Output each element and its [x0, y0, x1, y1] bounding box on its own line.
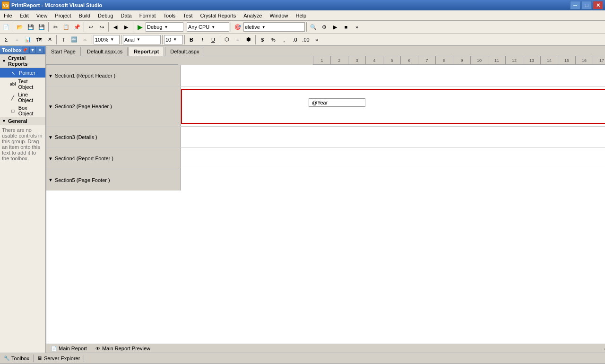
tab-start-page[interactable]: Start Page [46, 47, 81, 56]
menu-view[interactable]: View [33, 10, 52, 20]
underline-btn[interactable]: U [208, 35, 218, 45]
align-left-btn[interactable]: ⬡ [222, 35, 232, 45]
section3-content[interactable] [181, 127, 605, 147]
toolbox-close-btn[interactable]: ✕ [37, 47, 43, 53]
toolbox-expand-btn[interactable]: ▼ [29, 47, 36, 53]
minimize-button[interactable]: ─ [570, 1, 580, 9]
nav-fwd-btn[interactable]: ▶ [121, 22, 131, 32]
menu-window[interactable]: Window [266, 10, 292, 20]
nav-back-btn[interactable]: ◀ [110, 22, 121, 32]
section4-collapse[interactable]: ▼ [48, 156, 53, 161]
toolbox-header-buttons[interactable]: 📌 ▼ ✕ [22, 47, 43, 53]
copy-btn[interactable]: 📋 [61, 22, 71, 32]
t1-btn[interactable]: T [58, 35, 69, 45]
section1-collapse[interactable]: ▼ [48, 73, 53, 78]
bottom-tab-nav[interactable]: ◀ ▶ ✕ [602, 345, 605, 352]
bold-btn[interactable]: B [186, 35, 197, 45]
dock-server-explorer[interactable]: 🖥 Server Explorer [34, 355, 84, 362]
section2-content[interactable]: @Year [181, 87, 605, 126]
cross-btn[interactable]: ✕ [44, 35, 55, 45]
menu-data[interactable]: Data [117, 10, 136, 20]
save-btn[interactable]: 💾 [26, 22, 36, 32]
more-btn[interactable]: » [352, 22, 362, 32]
maximize-button[interactable]: □ [581, 1, 592, 9]
zoom-dropdown[interactable]: 100% ▼ [94, 35, 120, 44]
open-btn[interactable]: 📂 [15, 22, 25, 32]
fontsize-dropdown[interactable]: 10 ▼ [164, 35, 183, 44]
bottom-tab-main-report[interactable]: 📄 Main Report [47, 344, 91, 353]
save-all-btn[interactable]: 💾 [36, 22, 47, 32]
tab-default-aspx[interactable]: Default.aspx [165, 47, 204, 56]
t2-btn[interactable]: 🔤 [69, 35, 79, 45]
nav-prev-btn[interactable]: ◀ [602, 345, 605, 352]
align-right-btn[interactable]: ⬢ [243, 35, 254, 45]
menu-file[interactable]: File [0, 10, 16, 20]
bottom-tab-preview[interactable]: 👁 Main Report Preview [91, 344, 155, 353]
menu-help[interactable]: Help [292, 10, 311, 20]
dock-toolbox[interactable]: 🔧 Toolbox [0, 355, 34, 362]
align-btn[interactable]: ≡ [12, 35, 22, 45]
crystal-group-arrow: ▼ [2, 59, 6, 63]
tab-default-cs[interactable]: Default.aspx.cs [82, 47, 128, 56]
sep2 [48, 22, 49, 32]
debug-config-dropdown[interactable]: Debug ▼ [146, 22, 183, 32]
stop-btn[interactable]: ■ [341, 22, 351, 32]
tools-btn2[interactable]: ⚙ [319, 22, 329, 32]
more-btn2[interactable]: » [311, 35, 322, 45]
redo-btn[interactable]: ↪ [96, 22, 107, 32]
ruler-mark-14: 14 [540, 56, 558, 65]
section5-collapse[interactable]: ▼ [48, 177, 53, 182]
target-dropdown[interactable]: eletive ▼ [243, 22, 305, 32]
toolbox-item-pointer[interactable]: ↖ Pointer [0, 68, 45, 78]
year-field-container[interactable]: @Year [309, 98, 365, 107]
new-project-btn[interactable]: 📄 [1, 22, 11, 32]
italic-btn[interactable]: I [197, 35, 207, 45]
section5-content[interactable] [181, 169, 605, 191]
menu-build[interactable]: Build [75, 10, 94, 20]
chart-btn[interactable]: 📊 [23, 35, 33, 45]
search-btn[interactable]: 🔍 [308, 22, 319, 32]
align-center-btn[interactable]: ≡ [233, 35, 243, 45]
title-bar-buttons[interactable]: ─ □ ✕ [570, 1, 603, 9]
section4-content[interactable] [181, 148, 605, 169]
close-button[interactable]: ✕ [593, 1, 603, 9]
cpu-dropdown[interactable]: Any CPU ▼ [187, 22, 229, 32]
decimal-inc-btn[interactable]: .0 [290, 35, 300, 45]
toolbox-item-line-object[interactable]: ╱ Line Object [0, 91, 45, 104]
comma-btn[interactable]: , [279, 35, 289, 45]
box-object-icon: □ [9, 107, 17, 114]
currency-btn[interactable]: $ [257, 35, 268, 45]
toolbox-item-text-object[interactable]: abl Text Object [0, 78, 45, 91]
toolbox-group-general[interactable]: ▼ General [0, 117, 45, 125]
t3-btn[interactable]: ↔ [80, 35, 90, 45]
menu-debug[interactable]: Debug [94, 10, 117, 20]
section3-collapse[interactable]: ▼ [48, 135, 53, 140]
menu-analyze[interactable]: Analyze [240, 10, 266, 20]
cut-btn[interactable]: ✂ [50, 22, 60, 32]
menu-tools[interactable]: Tools [160, 10, 180, 20]
menu-project[interactable]: Project [51, 10, 75, 20]
sum-btn[interactable]: Σ [1, 35, 11, 45]
tab-report-rpt[interactable]: Report.rpt [129, 47, 164, 56]
map-btn[interactable]: 🗺 [34, 35, 44, 45]
menu-edit[interactable]: Edit [16, 10, 33, 20]
toolbox-group-crystal[interactable]: ▼ Crystal Reports [0, 54, 45, 68]
percent-btn[interactable]: % [268, 35, 278, 45]
toolbox-pin-btn[interactable]: 📌 [22, 47, 28, 53]
font-dropdown[interactable]: Arial ▼ [123, 35, 161, 44]
menu-test[interactable]: Test [179, 10, 196, 20]
year-field[interactable]: @Year [309, 98, 365, 107]
toolbox-item-box-object[interactable]: □ Box Object [0, 104, 45, 117]
menu-format[interactable]: Format [136, 10, 160, 20]
decimal-dec-btn[interactable]: .00 [301, 35, 311, 45]
section1-content[interactable] [181, 65, 605, 86]
undo-btn[interactable]: ↩ [86, 22, 96, 32]
run-btn[interactable]: ▶ [330, 22, 340, 32]
paste-btn[interactable]: 📌 [72, 22, 82, 32]
ruler-mark-7: 7 [418, 56, 435, 65]
report-canvas[interactable]: 1 2 3 4 5 6 7 8 9 10 11 12 13 14 15 16 1 [46, 56, 605, 344]
fontsize-arrow: ▼ [173, 37, 177, 42]
debug-start-btn[interactable]: ▶ [135, 22, 145, 32]
section2-collapse[interactable]: ▼ [48, 104, 53, 109]
menu-crystal-reports[interactable]: Crystal Reports [196, 10, 240, 20]
